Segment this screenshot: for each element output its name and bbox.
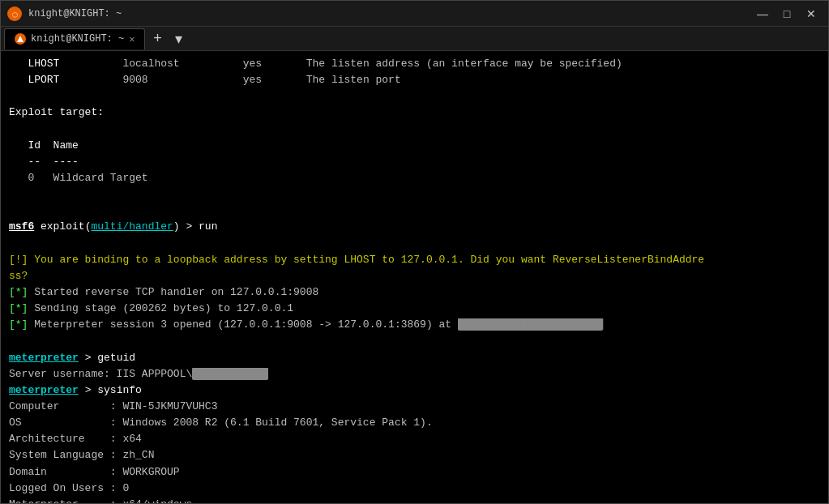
app-icon: ⬡ — [7, 6, 22, 21]
new-tab-button[interactable]: + — [147, 28, 168, 49]
blank-5 — [9, 236, 820, 252]
terminal-window: ⬡ knight@KNIGHT: ~ — □ ✕ knight@KNIGHT: … — [0, 0, 829, 504]
blank-3 — [9, 186, 820, 203]
meterpreter-sysinfo-prompt: meterpreter > sysinfo — [9, 382, 820, 399]
loggedon-line: Logged On Users : 0 — [9, 481, 820, 497]
minimize-button[interactable]: — — [752, 3, 773, 24]
arch-line: Architecture : x64 — [9, 431, 820, 447]
exploit-target-label: Exploit target: — [9, 105, 820, 121]
svg-marker-2 — [17, 36, 24, 42]
binding-warn-2: ss? — [9, 268, 820, 284]
session-opened: [*] Meterpreter session 3 opened (127.0.… — [9, 317, 820, 333]
lport-line: LPORT 9008 yes The listen port — [9, 72, 820, 88]
id-name-sep: -- ---- — [9, 154, 820, 170]
blank-1 — [9, 88, 820, 105]
wildcard-target: 0 Wildcard Target — [9, 170, 820, 186]
tab-dropdown-button[interactable]: ▾ — [168, 28, 189, 49]
meterpreter-getuid-prompt: meterpreter > getuid — [9, 350, 820, 366]
sending-stage: [*] Sending stage (200262 bytes) to 127.… — [9, 301, 820, 317]
binding-warn-1: [!] You are binding to a loopback addres… — [9, 252, 820, 268]
blank-2 — [9, 122, 820, 138]
msf-run-prompt: msf6 exploit(multi/handler) > run — [9, 219, 820, 235]
window-title: knight@KNIGHT: ~ — [28, 8, 752, 19]
server-username: Server username: IIS APPPOOL\███████████… — [9, 366, 820, 382]
window-controls: — □ ✕ — [752, 3, 822, 24]
tab-icon — [15, 33, 26, 45]
blank-6 — [9, 333, 820, 349]
id-name-header: Id Name — [9, 138, 820, 154]
close-button[interactable]: ✕ — [801, 3, 822, 24]
tab-label: knight@KNIGHT: ~ — [31, 33, 124, 45]
titlebar: ⬡ knight@KNIGHT: ~ — □ ✕ — [1, 1, 828, 27]
tab-knight[interactable]: knight@KNIGHT: ~ ✕ — [4, 28, 145, 49]
svg-text:⬡: ⬡ — [12, 11, 18, 18]
tab-close-button[interactable]: ✕ — [129, 33, 135, 45]
tab-bar: knight@KNIGHT: ~ ✕ + ▾ — [1, 27, 828, 51]
terminal-output: LHOST localhost yes The listen address (… — [1, 51, 828, 503]
maximize-button[interactable]: □ — [776, 3, 797, 24]
syslang-line: System Language : zh_CN — [9, 447, 820, 463]
meterpreter-type-line: Meterpreter : x64/windows — [9, 497, 820, 503]
computer-line: Computer : WIN-5JKMU7VUHC3 — [9, 399, 820, 415]
started-handler: [*] Started reverse TCP handler on 127.0… — [9, 284, 820, 301]
blank-4 — [9, 203, 820, 219]
domain-line: Domain : WORKGROUP — [9, 464, 820, 481]
os-line: OS : Windows 2008 R2 (6.1 Build 7601, Se… — [9, 415, 820, 431]
lhost-line: LHOST localhost yes The listen address (… — [9, 56, 820, 72]
